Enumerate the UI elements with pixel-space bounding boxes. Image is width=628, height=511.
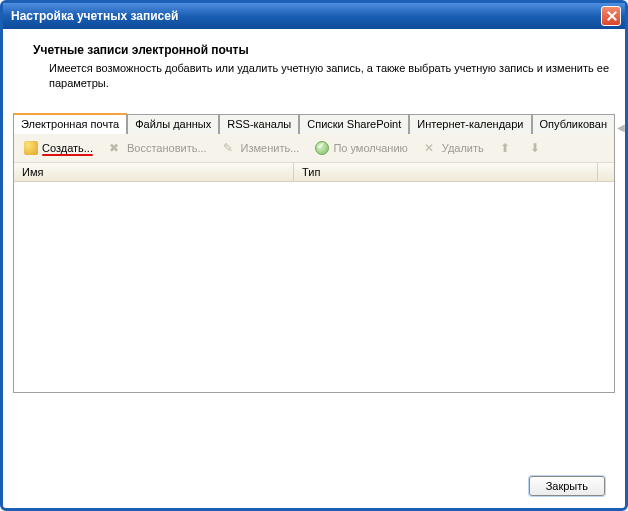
header-region: Учетные записи электронной почты Имеется… — [3, 29, 625, 109]
tab-data-files[interactable]: Файлы данных — [127, 114, 219, 134]
footer: Закрыть — [3, 466, 625, 508]
repair-icon — [109, 141, 123, 155]
edit-account-button: Изменить... — [219, 139, 304, 157]
close-button[interactable]: Закрыть — [529, 476, 605, 496]
edit-icon — [223, 141, 237, 155]
toolbar: Создать... Восстановить... Изменить... П… — [14, 134, 614, 163]
move-down-button — [526, 139, 548, 157]
repair-account-button: Восстановить... — [105, 139, 211, 157]
page-title: Учетные записи электронной почты — [33, 43, 611, 57]
tab-published[interactable]: Опубликован — [532, 114, 615, 134]
tab-internet-calendars[interactable]: Интернет-календари — [409, 114, 531, 134]
content-area: Электронная почта Файлы данных RSS-канал… — [3, 109, 625, 466]
tab-scroll: ◀ ▶ — [615, 122, 628, 133]
arrow-down-icon — [530, 141, 544, 155]
column-name[interactable]: Имя — [14, 163, 294, 181]
tab-scroll-left-icon[interactable]: ◀ — [615, 122, 627, 133]
arrow-up-icon — [500, 141, 514, 155]
new-account-button[interactable]: Создать... — [20, 139, 97, 157]
move-up-button — [496, 139, 518, 157]
repair-account-label: Восстановить... — [127, 142, 207, 154]
delete-account-button: Удалить — [420, 139, 488, 157]
delete-icon — [424, 141, 438, 155]
titlebar: Настройка учетных записей — [3, 3, 625, 29]
edit-account-label: Изменить... — [241, 142, 300, 154]
new-account-label: Создать... — [42, 142, 93, 154]
column-spacer — [598, 163, 614, 181]
set-default-label: По умолчанию — [333, 142, 407, 154]
tab-email[interactable]: Электронная почта — [13, 113, 127, 134]
close-icon[interactable] — [601, 6, 621, 26]
window-title: Настройка учетных записей — [11, 9, 178, 23]
email-accounts-panel: Создать... Восстановить... Изменить... П… — [13, 133, 615, 393]
page-description: Имеется возможность добавить или удалить… — [49, 61, 611, 91]
accounts-table-header: Имя Тип — [14, 163, 614, 182]
column-type[interactable]: Тип — [294, 163, 598, 181]
spacer — [13, 393, 615, 460]
delete-account-label: Удалить — [442, 142, 484, 154]
set-default-button: По умолчанию — [311, 139, 411, 157]
check-circle-icon — [315, 141, 329, 155]
account-settings-window: Настройка учетных записей Учетные записи… — [0, 0, 628, 511]
tab-strip: Электронная почта Файлы данных RSS-канал… — [13, 109, 615, 133]
tab-rss[interactable]: RSS-каналы — [219, 114, 299, 134]
accounts-table-body — [14, 182, 614, 392]
tab-sharepoint[interactable]: Списки SharePoint — [299, 114, 409, 134]
new-icon — [24, 141, 38, 155]
